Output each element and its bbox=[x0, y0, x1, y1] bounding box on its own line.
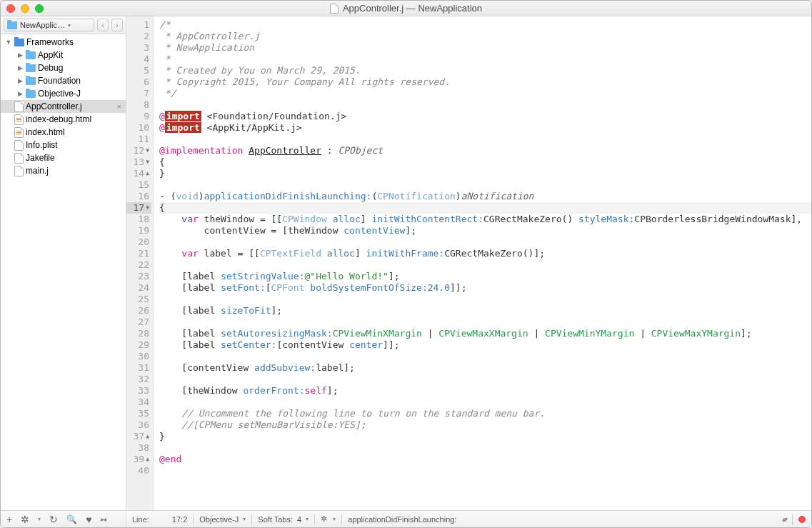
code-line[interactable]: [label setFont:[CPFont boldSystemFontOfS… bbox=[159, 282, 811, 294]
tree-row[interactable]: ▶Debug bbox=[1, 61, 126, 74]
code-line[interactable] bbox=[159, 317, 811, 328]
symbol-navigator[interactable]: applicationDidFinishLaunching: bbox=[348, 515, 456, 524]
window-minimize-button[interactable] bbox=[21, 4, 29, 13]
record-icon[interactable] bbox=[798, 516, 806, 523]
language-selector[interactable]: Objective-J ▾ bbox=[199, 515, 246, 524]
line-number[interactable]: 14▲ bbox=[126, 168, 151, 179]
collapse-icon[interactable]: ▸◂ bbox=[101, 515, 105, 523]
window-close-button[interactable] bbox=[6, 4, 15, 13]
code-line[interactable]: [theWindow orderFront:self]; bbox=[159, 385, 811, 397]
line-number[interactable]: 10 bbox=[126, 122, 151, 134]
code-line[interactable]: } bbox=[159, 431, 811, 442]
line-gutter[interactable]: 123456789101112▼13▼14▲151617▼18192021222… bbox=[126, 16, 154, 510]
favorite-icon[interactable]: ♥ bbox=[86, 514, 91, 525]
line-number[interactable]: 15 bbox=[126, 179, 151, 191]
line-number[interactable]: 8 bbox=[126, 99, 151, 111]
line-number[interactable]: 31 bbox=[126, 362, 151, 374]
code-line[interactable] bbox=[159, 259, 811, 271]
code-line[interactable]: [label setCenter:[contentView center]]; bbox=[159, 339, 811, 351]
tree-row[interactable]: Info.plist bbox=[1, 139, 126, 151]
fold-marker-icon[interactable]: ▼ bbox=[146, 145, 149, 156]
code-line[interactable] bbox=[159, 442, 811, 454]
line-number[interactable]: 2 bbox=[126, 31, 151, 42]
code-line[interactable]: * Copyright 2015, Your Company All right… bbox=[159, 76, 811, 88]
line-number[interactable]: 18 bbox=[126, 214, 151, 225]
line-number[interactable]: 1 bbox=[126, 19, 151, 31]
code-line[interactable]: @import <AppKit/AppKit.j> bbox=[159, 122, 811, 134]
gear-icon[interactable]: ✲ bbox=[321, 514, 327, 524]
search-icon[interactable]: 🔍 bbox=[66, 514, 77, 524]
tree-row[interactable]: index.html bbox=[1, 126, 126, 139]
code-line[interactable]: * Created by You on March 29, 2015. bbox=[159, 65, 811, 76]
code-line[interactable]: // Uncomment the following line to turn … bbox=[159, 408, 811, 419]
tree-row[interactable]: main.j bbox=[1, 164, 126, 177]
code-line[interactable]: * NewApplication bbox=[159, 42, 811, 54]
fold-marker-icon[interactable]: ▲ bbox=[146, 454, 149, 465]
code-line[interactable]: [label setAutoresizingMask:CPViewMinXMar… bbox=[159, 328, 811, 339]
code-line[interactable] bbox=[159, 99, 811, 111]
line-number[interactable]: 3 bbox=[126, 42, 151, 54]
code-line[interactable]: [label sizeToFit]; bbox=[159, 305, 811, 317]
project-selector[interactable]: NewApplic… ▾ bbox=[4, 19, 94, 31]
tree-row[interactable]: ▶AppKit bbox=[1, 49, 126, 61]
line-number[interactable]: 28 bbox=[126, 328, 151, 339]
fold-marker-icon[interactable]: ▼ bbox=[146, 156, 149, 168]
code-line[interactable]: { bbox=[159, 156, 811, 168]
line-number[interactable]: 26 bbox=[126, 305, 151, 317]
code-line[interactable] bbox=[159, 465, 811, 477]
line-number[interactable]: 23 bbox=[126, 271, 151, 282]
line-number[interactable]: 25 bbox=[126, 294, 151, 305]
code-line[interactable]: var label = [[CPTextField alloc] initWit… bbox=[159, 248, 811, 259]
disclosure-triangle-icon[interactable]: ▶ bbox=[16, 51, 24, 59]
line-number[interactable]: 9 bbox=[126, 111, 151, 122]
settings-icon[interactable]: ✲ bbox=[21, 514, 29, 525]
code-line[interactable] bbox=[159, 397, 811, 408]
line-number[interactable]: 22 bbox=[126, 259, 151, 271]
code-content[interactable]: /* * AppController.j * NewApplication * … bbox=[154, 16, 811, 510]
tree-row[interactable]: ▶Foundation bbox=[1, 74, 126, 87]
line-number[interactable]: 40 bbox=[126, 465, 151, 477]
disclosure-triangle-icon[interactable]: ▶ bbox=[16, 77, 24, 84]
fold-marker-icon[interactable]: ▲ bbox=[146, 431, 149, 442]
disclosure-triangle-icon[interactable]: ▼ bbox=[5, 39, 12, 46]
code-line[interactable]: var theWindow = [[CPWindow alloc] initWi… bbox=[159, 214, 811, 225]
code-line[interactable] bbox=[159, 351, 811, 362]
updown-icon[interactable]: ▴▾ bbox=[782, 515, 786, 523]
nav-forward-button[interactable]: › bbox=[111, 19, 123, 31]
softtabs-selector[interactable]: Soft Tabs: 4 ▾ bbox=[258, 515, 309, 524]
code-line[interactable]: [label setStringValue:@"Hello World!"]; bbox=[159, 271, 811, 282]
line-number[interactable]: 24 bbox=[126, 282, 151, 294]
code-line[interactable]: [contentView addSubview:label]; bbox=[159, 362, 811, 374]
line-number[interactable]: 27 bbox=[126, 317, 151, 328]
line-number[interactable]: 19 bbox=[126, 225, 151, 236]
tree-row[interactable]: ▶Objective-J bbox=[1, 87, 126, 100]
code-line[interactable]: contentView = [theWindow contentView]; bbox=[159, 225, 811, 236]
line-number[interactable]: 11 bbox=[126, 134, 151, 145]
line-number[interactable]: 37▲ bbox=[126, 431, 151, 442]
line-number[interactable]: 4 bbox=[126, 54, 151, 65]
close-icon[interactable]: × bbox=[117, 102, 121, 111]
nav-back-button[interactable]: ‹ bbox=[97, 19, 109, 31]
code-line[interactable]: /* bbox=[159, 19, 811, 31]
code-line[interactable]: @end bbox=[159, 454, 811, 465]
code-line[interactable]: * AppController.j bbox=[159, 31, 811, 42]
file-tree[interactable]: ▼Frameworks▶AppKit▶Debug▶Foundation▶Obje… bbox=[1, 34, 126, 510]
code-line[interactable]: @implementation AppController : CPObject bbox=[159, 145, 811, 156]
code-line[interactable] bbox=[159, 134, 811, 145]
code-line[interactable]: //[CPMenu setMenuBarVisible:YES]; bbox=[159, 419, 811, 431]
code-line[interactable]: - (void)applicationDidFinishLaunching:(C… bbox=[159, 191, 811, 202]
line-number[interactable]: 33 bbox=[126, 385, 151, 397]
code-line[interactable]: { bbox=[159, 202, 811, 214]
code-line[interactable]: */ bbox=[159, 88, 811, 99]
line-number[interactable]: 7 bbox=[126, 88, 151, 99]
tree-row[interactable]: index-debug.html bbox=[1, 113, 126, 126]
tree-row[interactable]: ▼Frameworks bbox=[1, 36, 126, 49]
line-number[interactable]: 38 bbox=[126, 442, 151, 454]
add-button[interactable]: + bbox=[6, 514, 12, 525]
fold-marker-icon[interactable]: ▲ bbox=[146, 168, 149, 179]
code-line[interactable]: @import <Foundation/Foundation.j> bbox=[159, 111, 811, 122]
disclosure-triangle-icon[interactable]: ▶ bbox=[16, 90, 24, 97]
line-number[interactable]: 13▼ bbox=[126, 156, 151, 168]
disclosure-triangle-icon[interactable]: ▶ bbox=[16, 64, 24, 71]
line-number[interactable]: 36 bbox=[126, 419, 151, 431]
